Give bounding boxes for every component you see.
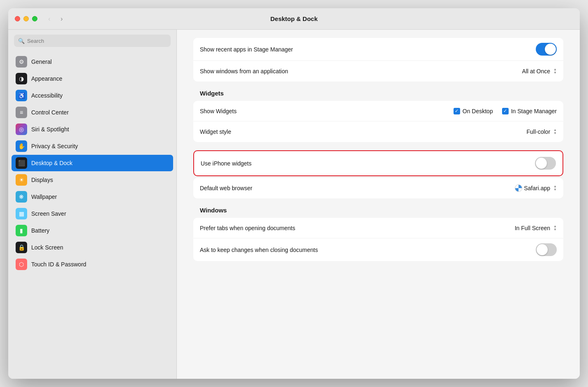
sidebar-item-battery[interactable]: ▮Battery [12, 222, 173, 239]
sidebar-item-label-general: General [31, 58, 52, 65]
sidebar-item-lock-screen[interactable]: 🔒Lock Screen [12, 239, 173, 256]
in-stage-manager-checkbox-wrap[interactable]: ✓ In Stage Manager [502, 108, 557, 114]
show-widgets-checkboxes: ✓ On Desktop ✓ In Stage Manager [454, 108, 557, 114]
iphone-widgets-highlighted-row: Use iPhone widgets [193, 150, 563, 176]
iphone-toggle-knob [536, 158, 547, 169]
widget-style-arrows: ▲ ▼ [553, 128, 557, 135]
traffic-lights [15, 16, 37, 21]
on-desktop-checkbox-wrap[interactable]: ✓ On Desktop [454, 108, 493, 114]
sidebar-item-control-center[interactable]: ≡Control Center [12, 104, 173, 121]
sidebar-icon-screen-saver: ▦ [16, 208, 27, 219]
prefer-tabs-arrows: ▲ ▼ [553, 225, 557, 231]
recent-apps-stage-toggle[interactable] [536, 43, 557, 56]
in-stage-manager-checkbox[interactable]: ✓ [502, 108, 509, 114]
window-title: Desktop & Dock [270, 15, 317, 22]
detail-panel: Show recent apps in Stage Manager Show w… [177, 30, 580, 379]
iphone-widgets-row: Use iPhone widgets [194, 151, 563, 175]
search-input[interactable] [27, 38, 167, 44]
on-desktop-checkbox[interactable]: ✓ [454, 108, 460, 114]
search-icon: 🔍 [18, 38, 25, 44]
browser-stepper-arrows: ▲ ▼ [553, 185, 557, 191]
keep-changes-knob [537, 244, 548, 255]
keep-changes-row: Ask to keep changes when closing documen… [193, 238, 563, 261]
main-content: 🔍 ⚙General◑Appearance♿Accessibility≡Cont… [8, 30, 580, 379]
forward-button[interactable]: › [56, 14, 67, 24]
safari-icon [515, 184, 522, 192]
sidebar-item-label-lock-screen: Lock Screen [31, 244, 63, 251]
show-windows-row: Show windows from an application All at … [193, 61, 563, 82]
widgets-group: Show Widgets ✓ On Desktop ✓ In Stage Man… [193, 101, 563, 142]
minimize-button[interactable] [23, 16, 29, 21]
sidebar-item-label-touch-id: Touch ID & Password [31, 261, 86, 268]
sidebar-item-privacy[interactable]: ✋Privacy & Security [12, 138, 173, 154]
windows-group: Prefer tabs when opening documents In Fu… [193, 218, 563, 261]
show-windows-value: All at Once [522, 68, 550, 75]
close-button[interactable] [15, 16, 20, 21]
default-browser-value: Safari.app [524, 185, 550, 191]
recent-apps-stage-label: Show recent apps in Stage Manager [200, 46, 293, 53]
show-widgets-row: Show Widgets ✓ On Desktop ✓ In Stage Man… [193, 101, 563, 121]
show-windows-stepper[interactable]: All at Once ▲ ▼ [522, 68, 557, 75]
sidebar-icon-control-center: ≡ [16, 107, 27, 118]
widgets-heading: Widgets [193, 90, 563, 97]
sidebar-item-label-displays: Displays [31, 177, 53, 183]
top-section: Show recent apps in Stage Manager Show w… [177, 30, 580, 82]
browser-group: Default web browser Safari.app ▲ ▼ [193, 178, 563, 198]
toggle-knob [545, 44, 556, 55]
sidebar-item-screen-saver[interactable]: ▦Screen Saver [12, 205, 173, 222]
sidebar-item-siri[interactable]: ◎Siri & Spotlight [12, 121, 173, 138]
sidebar-item-label-appearance: Appearance [31, 75, 63, 82]
sidebar-list: ⚙General◑Appearance♿Accessibility≡Contro… [8, 52, 176, 379]
windows-section: Windows Prefer tabs when opening documen… [177, 207, 580, 261]
stage-manager-group: Show recent apps in Stage Manager Show w… [193, 38, 563, 82]
prefer-tabs-label: Prefer tabs when opening documents [200, 225, 295, 231]
sidebar-icon-displays: ☀ [16, 174, 27, 186]
prefer-tabs-down-icon: ▼ [553, 228, 557, 231]
sidebar-item-label-control-center: Control Center [31, 109, 69, 116]
widget-style-stepper[interactable]: Full-color ▲ ▼ [527, 128, 557, 135]
default-browser-stepper[interactable]: Safari.app ▲ ▼ [515, 184, 557, 192]
search-bar[interactable]: 🔍 [14, 35, 171, 47]
widget-style-value: Full-color [527, 128, 551, 135]
default-browser-label: Default web browser [200, 185, 252, 191]
sidebar-icon-siri: ◎ [16, 124, 27, 135]
iphone-widgets-toggle[interactable] [535, 157, 556, 170]
stepper-down-icon: ▼ [553, 71, 557, 75]
keep-changes-label: Ask to keep changes when closing documen… [200, 247, 318, 253]
recent-apps-stage-row: Show recent apps in Stage Manager [193, 38, 563, 61]
sidebar-icon-desktop-dock: ⬛ [16, 157, 27, 169]
sidebar-icon-accessibility: ♿ [16, 90, 27, 101]
prefer-tabs-stepper[interactable]: In Full Screen ▲ ▼ [515, 225, 557, 231]
widgets-section: Widgets Show Widgets ✓ On Desktop ✓ [177, 90, 580, 198]
show-widgets-label: Show Widgets [200, 108, 236, 114]
sidebar-icon-lock-screen: 🔒 [16, 242, 27, 253]
keep-changes-toggle[interactable] [536, 243, 557, 256]
sidebar: 🔍 ⚙General◑Appearance♿Accessibility≡Cont… [8, 30, 177, 379]
sidebar-item-desktop-dock[interactable]: ⬛Desktop & Dock [12, 155, 173, 171]
on-desktop-label: On Desktop [463, 108, 493, 114]
sidebar-item-wallpaper[interactable]: ❋Wallpaper [12, 189, 173, 205]
prefer-tabs-value: In Full Screen [515, 225, 550, 231]
iphone-widgets-label: Use iPhone widgets [201, 160, 252, 167]
sidebar-item-label-siri: Siri & Spotlight [31, 126, 69, 133]
in-stage-manager-label: In Stage Manager [511, 108, 557, 114]
sidebar-item-appearance[interactable]: ◑Appearance [12, 70, 173, 87]
sidebar-icon-battery: ▮ [16, 225, 27, 236]
widget-style-down-icon: ▼ [553, 132, 557, 135]
show-windows-label: Show windows from an application [200, 68, 288, 75]
system-preferences-window: ‹ › Desktop & Dock 🔍 ⚙General◑Appearance… [8, 8, 580, 379]
sidebar-item-label-desktop-dock: Desktop & Dock [31, 160, 72, 166]
prefer-tabs-row: Prefer tabs when opening documents In Fu… [193, 218, 563, 238]
back-button[interactable]: ‹ [44, 14, 55, 24]
title-bar: ‹ › Desktop & Dock [8, 8, 580, 30]
sidebar-item-general[interactable]: ⚙General [12, 54, 173, 70]
sidebar-item-label-battery: Battery [31, 227, 49, 234]
stepper-arrows: ▲ ▼ [553, 68, 557, 75]
maximize-button[interactable] [32, 16, 37, 21]
sidebar-item-accessibility[interactable]: ♿Accessibility [12, 87, 173, 104]
sidebar-item-touch-id[interactable]: ⬡Touch ID & Password [12, 256, 173, 273]
sidebar-item-label-privacy: Privacy & Security [31, 143, 78, 149]
widget-style-row: Widget style Full-color ▲ ▼ [193, 121, 563, 142]
sidebar-item-displays[interactable]: ☀Displays [12, 172, 173, 188]
sidebar-item-label-wallpaper: Wallpaper [31, 194, 57, 200]
